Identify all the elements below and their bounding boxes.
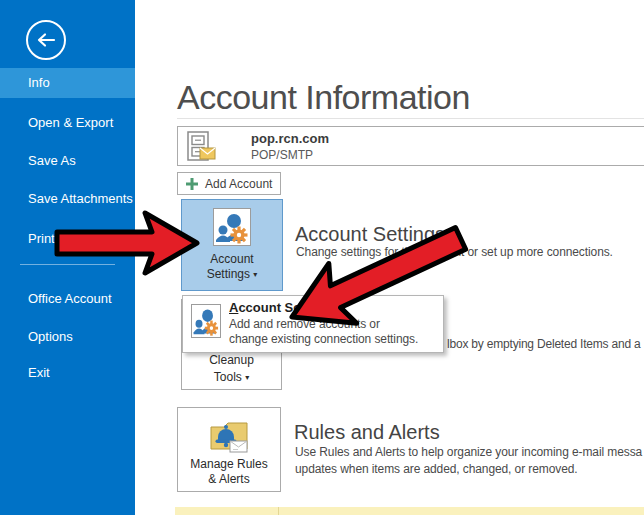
title-separator: [177, 118, 644, 119]
menu-item-account-settings[interactable]: Account Settings... Add and remove accou…: [183, 296, 443, 352]
account-name: pop.rcn.com: [251, 131, 329, 146]
menu-item-description-line2: change existing connection settings.: [229, 332, 418, 346]
sidebar-item-office-account[interactable]: Office Account: [0, 286, 135, 312]
sidebar-item-save-as[interactable]: Save As: [0, 148, 135, 174]
account-settings-button-line2: Settings ▾: [182, 267, 282, 282]
cleanup-tools-line1: Cleanup: [182, 352, 281, 369]
rules-alerts-heading: Rules and Alerts: [294, 421, 440, 444]
account-settings-description: Change settings for this account or set …: [296, 245, 613, 259]
sidebar-item-save-attachments[interactable]: Save Attachments: [0, 186, 135, 212]
rules-alerts-folder-icon: [206, 415, 252, 453]
person-gear-icon: [191, 304, 221, 338]
plus-icon: [186, 178, 198, 190]
menu-item-title: Account Settings...: [229, 300, 347, 315]
add-account-label: Add Account: [205, 177, 272, 191]
account-settings-button-line1: Account: [182, 252, 282, 267]
sidebar-item-open-export[interactable]: Open & Export: [0, 110, 135, 136]
page-title: Account Information: [177, 78, 470, 117]
person-gear-icon: [213, 208, 251, 246]
sidebar-divider: [20, 264, 115, 265]
backstage-sidebar: Info Open & Export Save As Save Attachme…: [0, 0, 135, 515]
sidebar-item-print[interactable]: Print: [0, 226, 135, 252]
account-settings-heading: Account Settings: [295, 223, 445, 246]
account-type: POP/SMTP: [251, 148, 313, 162]
chevron-down-icon: ▾: [245, 373, 249, 382]
bottom-section-strip: [175, 507, 644, 515]
outlook-backstage-window: Info Open & Export Save As Save Attachme…: [0, 0, 644, 515]
account-settings-button[interactable]: Account Settings ▾: [181, 199, 283, 291]
add-account-button[interactable]: Add Account: [177, 172, 281, 195]
sidebar-item-options[interactable]: Options: [0, 324, 135, 350]
rules-alerts-line1: Use Rules and Alerts to help organize yo…: [295, 445, 642, 459]
mailbox-cleanup-partial-text: lbox by emptying Deleted Items and a: [447, 337, 641, 351]
mail-account-cabinet-icon: [187, 131, 217, 166]
manage-rules-line1: Manage Rules: [178, 457, 280, 472]
manage-rules-line2: & Alerts: [178, 472, 280, 487]
back-button[interactable]: [26, 20, 66, 60]
manage-rules-button[interactable]: Manage Rules & Alerts: [177, 407, 281, 492]
account-settings-dropdown-menu: Account Settings... Add and remove accou…: [182, 295, 444, 353]
menu-item-description-line1: Add and remove accounts or: [229, 317, 380, 331]
sidebar-item-exit[interactable]: Exit: [0, 360, 135, 386]
back-arrow-icon: [35, 32, 57, 48]
rules-alerts-line2: updates when items are added, changed, o…: [295, 462, 578, 476]
strip-divider: [278, 507, 279, 515]
chevron-down-icon: ▾: [253, 270, 257, 279]
sidebar-item-info[interactable]: Info: [0, 68, 135, 98]
account-selector[interactable]: pop.rcn.com POP/SMTP: [177, 126, 644, 166]
cleanup-tools-line2: Tools ▾: [182, 369, 281, 386]
